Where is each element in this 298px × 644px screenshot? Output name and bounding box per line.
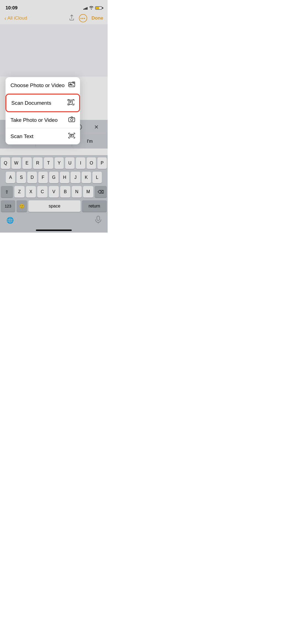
svg-rect-6 (70, 103, 71, 103)
key-t[interactable]: T (44, 157, 53, 169)
keyboard-row-2: A S D F G H J K L (1, 172, 107, 183)
keyboard-row-4: 123 🙂 space return (1, 200, 107, 212)
keyboard: Q W E R T Y U I O P A S D F G H J K L ⇧ … (0, 155, 108, 233)
keyboard-row-3: ⇧ Z X C V B N M ⌫ (1, 186, 107, 198)
key-j[interactable]: J (71, 172, 80, 183)
more-button[interactable]: ••• (79, 14, 87, 22)
status-bar: 10:09 (0, 0, 108, 12)
key-o[interactable]: O (87, 157, 96, 169)
key-r[interactable]: R (33, 157, 42, 169)
menu-item-scan-text[interactable]: Scan Text (6, 128, 80, 144)
key-c[interactable]: C (37, 186, 47, 198)
key-s[interactable]: S (17, 172, 26, 183)
key-m[interactable]: M (83, 186, 93, 198)
emoji-key[interactable]: 🙂 (17, 200, 27, 212)
keyboard-bottom-bar: 🌐 (1, 215, 107, 230)
delete-key[interactable]: ⌫ (95, 186, 107, 198)
space-key[interactable]: space (28, 200, 81, 212)
key-e[interactable]: E (22, 157, 32, 169)
choose-photo-label: Choose Photo or Video (10, 82, 65, 88)
scan-text-label: Scan Text (10, 133, 33, 139)
key-h[interactable]: H (60, 172, 69, 183)
menu-item-choose-photo[interactable]: Choose Photo or Video (6, 77, 80, 94)
signal-icon (83, 6, 87, 10)
svg-rect-4 (70, 101, 71, 101)
key-123[interactable]: 123 (1, 200, 15, 212)
nav-actions: ••• Done (69, 14, 103, 22)
menu-item-scan-documents[interactable]: Scan Documents (6, 94, 80, 112)
share-icon[interactable] (69, 15, 74, 22)
content-area (0, 24, 108, 77)
popup-menu: Choose Photo or Video Scan Documents (6, 77, 80, 144)
key-k[interactable]: K (82, 172, 91, 183)
home-indicator (36, 230, 72, 231)
key-v[interactable]: V (49, 186, 59, 198)
key-w[interactable]: W (12, 157, 21, 169)
key-n[interactable]: N (72, 186, 82, 198)
done-button[interactable]: Done (92, 15, 103, 21)
key-z[interactable]: Z (14, 186, 25, 198)
svg-rect-5 (70, 102, 71, 102)
svg-rect-27 (97, 216, 100, 220)
svg-point-8 (71, 119, 73, 121)
battery-icon (95, 6, 102, 10)
scan-documents-label: Scan Documents (11, 100, 51, 106)
close-icon[interactable]: ✕ (90, 121, 102, 133)
key-d[interactable]: D (27, 172, 37, 183)
status-icons (83, 6, 102, 10)
key-x[interactable]: X (26, 186, 36, 198)
key-y[interactable]: Y (55, 157, 64, 169)
key-a[interactable]: A (6, 172, 15, 183)
key-u[interactable]: U (65, 157, 74, 169)
shift-key[interactable]: ⇧ (1, 186, 13, 198)
nav-bar: ‹ All iCloud ••• Done (0, 12, 108, 24)
dictation-icon[interactable] (95, 216, 101, 225)
back-button[interactable]: ‹ All iCloud (4, 15, 27, 21)
svg-rect-7 (69, 118, 75, 122)
more-icon: ••• (80, 16, 86, 21)
key-q[interactable]: Q (1, 157, 10, 169)
keyboard-row-1: Q W E R T Y U I O P (1, 157, 107, 169)
key-g[interactable]: G (49, 172, 58, 183)
wifi-icon (89, 6, 94, 10)
svg-rect-3 (69, 100, 72, 104)
key-i[interactable]: I (76, 157, 85, 169)
return-key[interactable]: return (82, 200, 107, 212)
globe-icon[interactable]: 🌐 (6, 217, 14, 224)
key-p[interactable]: P (97, 157, 107, 169)
key-l[interactable]: L (92, 172, 102, 183)
back-label: All iCloud (7, 15, 27, 21)
scan-text-icon (68, 133, 75, 140)
choose-photo-icon (68, 82, 75, 89)
take-photo-icon (68, 117, 75, 123)
svg-rect-10 (70, 134, 74, 137)
key-f[interactable]: F (38, 172, 48, 183)
status-time: 10:09 (6, 5, 17, 11)
back-chevron-icon: ‹ (4, 15, 6, 21)
menu-item-take-photo[interactable]: Take Photo or Video (6, 112, 80, 128)
svg-point-9 (73, 118, 74, 119)
take-photo-label: Take Photo or Video (10, 117, 58, 123)
scan-documents-icon (68, 99, 74, 107)
key-b[interactable]: B (60, 186, 70, 198)
